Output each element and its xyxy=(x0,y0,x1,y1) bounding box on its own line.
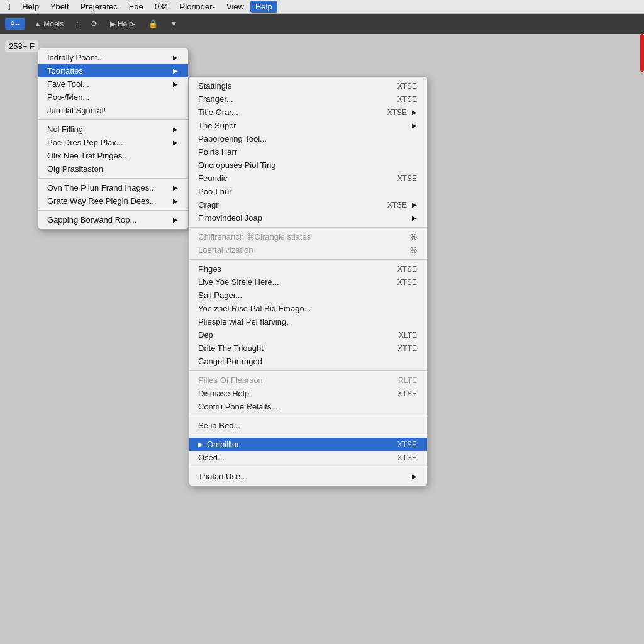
arrow-icon: ▶ xyxy=(173,139,178,146)
toolbar-dropdown-icon[interactable]: ▼ xyxy=(167,18,182,30)
toolbar: A-- ▲ Moels : ⟳ ▶ Help- 🔒 ▼ xyxy=(0,14,644,34)
arrow-icon: ▶ xyxy=(173,67,178,74)
shortcut-label: % xyxy=(410,246,417,255)
separator xyxy=(189,227,427,228)
menubar-item-help[interactable]: Help xyxy=(17,1,44,13)
shortcut-label: XTSE xyxy=(397,440,417,449)
bullet-icon: ▶ xyxy=(198,441,203,448)
toolbar-app-label[interactable]: A-- xyxy=(5,18,25,30)
separator xyxy=(38,178,188,179)
menubar-item-plorinder[interactable]: Plorinder- xyxy=(175,1,220,13)
menu-item-drite[interactable]: Drite The Triought XTTE xyxy=(189,341,427,355)
menu-item-pliesple[interactable]: Pliesple wlat Pel flarving. xyxy=(189,315,427,328)
menu-item-nol-filling[interactable]: Nol Filling ▶ xyxy=(38,123,188,136)
menu-item-franger[interactable]: Franger... XTSE xyxy=(189,92,427,106)
menu-item-poo-lhur[interactable]: Poo-Lhur xyxy=(189,185,427,198)
separator xyxy=(189,416,427,416)
separator xyxy=(189,370,427,371)
menu-item-ovn-the[interactable]: Ovn The Pliun Frand Inages... ▶ xyxy=(38,181,188,194)
shortcut-label: XTTE xyxy=(397,344,417,353)
shortcut-label: XTSE xyxy=(397,278,417,287)
menu-item-sall-pager[interactable]: Sall Pager... xyxy=(189,289,427,302)
arrow-icon: ▶ xyxy=(173,184,178,191)
toolbar-models[interactable]: ▲ Moels xyxy=(30,18,67,30)
menu-item-cangel[interactable]: Cangel Portraged xyxy=(189,355,427,368)
menu-item-oncropuses[interactable]: Oncropuses Piol Ting xyxy=(189,158,427,172)
menu-item-thatad-use[interactable]: Thatad Use... ▶ xyxy=(189,470,427,483)
menu-item-pop-men[interactable]: Pop-/Men... xyxy=(38,91,188,104)
arrow-icon: ▶ xyxy=(173,126,178,133)
toolbar-lock-icon[interactable]: 🔒 xyxy=(145,18,162,30)
shortcut-label: XTSE xyxy=(397,453,417,462)
menu-item-live-yoe[interactable]: Live Yoe Slreie Here... XTSE xyxy=(189,275,427,289)
separator xyxy=(189,467,427,467)
status-bar-label: 253+ F xyxy=(5,40,38,52)
menu-item-fimovindeol[interactable]: Fimovindeol Joap ▶ xyxy=(189,211,427,225)
arrow-icon: ▶ xyxy=(412,214,417,221)
menu-item-olg-prasi[interactable]: Olg Prasitaston xyxy=(38,162,188,175)
shortcut-label: XTSE xyxy=(397,95,417,104)
menu-item-contru[interactable]: Contru Pone Relaits... xyxy=(189,400,427,413)
shortcut-label: XTSE xyxy=(397,174,417,183)
menu-item-toortattes[interactable]: Toortattes ▶ xyxy=(38,64,188,77)
menubar-item-prejeratec[interactable]: Prejeratec xyxy=(75,1,123,13)
menubar-item-help2[interactable]: Help xyxy=(250,1,277,13)
menu-item-dismase[interactable]: Dismase Help XTSE xyxy=(189,387,427,400)
shortcut-label: XLTE xyxy=(399,331,417,340)
shortcut-label: XTSE xyxy=(387,201,407,209)
menu-item-yoe-znel[interactable]: Yoe znel Rise Pal Bid Emago... xyxy=(189,302,427,315)
secondary-menu: Stattingls XTSE Franger... XTSE Title Or… xyxy=(189,76,428,486)
shortcut-label: RLTE xyxy=(398,376,417,385)
menubar-item-view[interactable]: View xyxy=(221,1,249,13)
menu-item-title-orar[interactable]: Title Orar... XTSE ▶ xyxy=(189,106,427,119)
menu-item-fave-tool[interactable]: Fave Tool... ▶ xyxy=(38,77,188,91)
arrow-icon: ▶ xyxy=(173,197,178,204)
menu-container: Indrally Poant... ▶ Toortattes ▶ Fave To… xyxy=(38,48,189,230)
toolbar-separator1: : xyxy=(72,18,82,30)
arrow-icon: ▶ xyxy=(173,80,178,87)
menu-item-grate-way[interactable]: Grate Way Ree Plegin Dees... ▶ xyxy=(38,194,188,208)
menu-item-paporoering[interactable]: Paporoering Tool... xyxy=(189,132,427,145)
menu-item-jurn-lal[interactable]: Jurn lal Sgrintal! xyxy=(38,104,188,117)
menu-item-gapping[interactable]: Gapping Borwand Rop... ▶ xyxy=(38,213,188,226)
menu-item-stattingls[interactable]: Stattingls XTSE xyxy=(189,79,427,92)
main-content: 253+ F Indrally Poant... ▶ Toortattes ▶ … xyxy=(0,34,644,644)
scroll-indicator xyxy=(640,34,644,72)
shortcut-label: XTSE xyxy=(397,82,417,91)
menubar-item-ede[interactable]: Ede xyxy=(124,1,148,13)
menu-item-phges[interactable]: Phges XTSE xyxy=(189,262,427,275)
primary-menu: Indrally Poant... ▶ Toortattes ▶ Fave To… xyxy=(38,48,189,230)
arrow-icon: ▶ xyxy=(412,109,417,116)
separator xyxy=(38,119,188,120)
shortcut-label: XTSE xyxy=(397,265,417,274)
menu-item-poirts-harr[interactable]: Poirts Harr xyxy=(189,145,427,158)
menu-item-olix-nee[interactable]: Olix Nee Trat Pinges... xyxy=(38,149,188,162)
arrow-icon: ▶ xyxy=(412,122,417,129)
menu-item-poe-dres[interactable]: Poe Dres Pep Plax... ▶ xyxy=(38,136,188,149)
menu-item-osed[interactable]: Osed... XTSE xyxy=(189,451,427,464)
shortcut-label: % xyxy=(410,233,417,242)
menubar-item-ybelt[interactable]: Ybelt xyxy=(45,1,74,13)
menu-item-chifirenanch: Chifirenanch ⌘Clrangle stiates % xyxy=(189,230,427,243)
menu-item-se-ia-bed[interactable]: Se ia Bed... xyxy=(189,419,427,432)
menu-item-indrally-poant[interactable]: Indrally Poant... ▶ xyxy=(38,51,188,64)
apple-menu[interactable]:  xyxy=(3,1,16,13)
shortcut-label: XTSE xyxy=(397,389,417,398)
menu-item-the-super[interactable]: The Super ▶ xyxy=(189,119,427,132)
menubar:  Help Ybelt Prejeratec Ede 034 Plorinde… xyxy=(0,0,644,14)
toolbar-help-button[interactable]: ▶ Help- xyxy=(106,18,140,30)
arrow-icon: ▶ xyxy=(412,473,417,480)
menu-item-ombilllor[interactable]: ▶ Ombilllor XTSE xyxy=(189,438,427,451)
separator xyxy=(189,435,427,435)
menu-item-cragr[interactable]: Cragr XTSE ▶ xyxy=(189,198,427,211)
shortcut-label: XTSE xyxy=(387,108,407,117)
menu-item-loertal: Loertal vization % xyxy=(189,243,427,257)
toolbar-refresh-icon[interactable]: ⟳ xyxy=(87,18,101,30)
arrow-icon: ▶ xyxy=(173,54,178,61)
menu-item-feundic[interactable]: Feundic XTSE xyxy=(189,172,427,185)
menu-item-dep[interactable]: Dep XLTE xyxy=(189,328,427,341)
menubar-item-034[interactable]: 034 xyxy=(150,1,174,13)
menu-item-pilies: Pilies Of Flebrson RLTE xyxy=(189,374,427,387)
separator xyxy=(189,259,427,260)
separator xyxy=(38,210,188,211)
